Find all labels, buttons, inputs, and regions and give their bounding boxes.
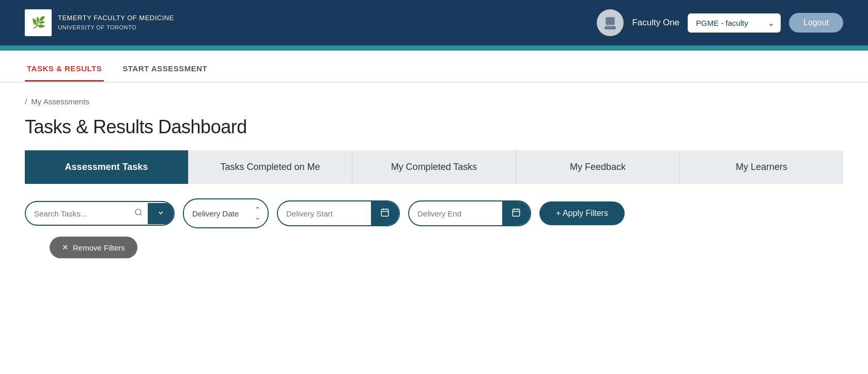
delivery-date-arrow: ⌃⌄ (247, 199, 268, 227)
tab-bar: Assessment Tasks Tasks Completed on Me M… (25, 150, 843, 184)
delivery-end-wrapper (408, 200, 531, 226)
role-select-wrapper[interactable]: PGME - faculty (688, 13, 781, 33)
delivery-end-calendar-button[interactable] (502, 201, 530, 225)
delivery-start-input[interactable] (278, 203, 371, 224)
delivery-start-calendar-button[interactable] (371, 201, 399, 225)
avatar (597, 9, 624, 36)
breadcrumb-separator: / (25, 97, 27, 106)
teal-bar (0, 45, 868, 51)
delivery-start-wrapper (277, 200, 400, 226)
delivery-date-select[interactable]: Delivery Date (184, 203, 247, 224)
logout-button[interactable]: Logout (789, 13, 843, 33)
svg-rect-1 (605, 26, 616, 30)
remove-filters-x-icon: ✕ (62, 243, 69, 252)
svg-rect-8 (513, 209, 520, 216)
logo-area: 🌿 TEMERTY FACULTY OF MEDICINE UNIVERSITY… (25, 9, 174, 36)
search-input[interactable] (26, 203, 129, 224)
page-title: Tasks & Results Dashboard (0, 110, 868, 150)
header-right: Faculty One PGME - faculty Logout (597, 9, 843, 36)
logo-icon: 🌿 (25, 9, 52, 36)
header: 🌿 TEMERTY FACULTY OF MEDICINE UNIVERSITY… (0, 0, 868, 45)
role-select[interactable]: PGME - faculty (688, 13, 781, 33)
logo-text: TEMERTY FACULTY OF MEDICINE UNIVERSITY O… (58, 13, 174, 32)
breadcrumb-label: My Assessments (31, 97, 89, 106)
remove-filters-label: Remove Filters (73, 243, 125, 252)
breadcrumb: / My Assessments (0, 83, 868, 110)
nav-tabs: TASKS & RESULTS START ASSESSMENT (0, 55, 868, 83)
tab-my-learners[interactable]: My Learners (680, 150, 843, 184)
tab-assessment-tasks[interactable]: Assessment Tasks (25, 150, 189, 184)
svg-rect-0 (606, 17, 615, 25)
filter-bar: Delivery Date ⌃⌄ + Apply Filters (0, 184, 868, 237)
delivery-end-input[interactable] (409, 203, 502, 224)
remove-filters-area: ✕ Remove Filters (0, 237, 868, 258)
nav-tab-tasks-results[interactable]: TASKS & RESULTS (25, 55, 104, 82)
search-icon-button[interactable] (129, 202, 148, 225)
user-name: Faculty One (632, 18, 679, 28)
tab-tasks-completed-on-me[interactable]: Tasks Completed on Me (189, 150, 352, 184)
svg-line-3 (140, 214, 142, 215)
search-dropdown-button[interactable] (148, 203, 174, 224)
svg-point-2 (135, 209, 141, 215)
svg-rect-4 (381, 209, 389, 216)
tab-my-completed-tasks[interactable]: My Completed Tasks (352, 150, 516, 184)
delivery-date-wrapper: Delivery Date ⌃⌄ (183, 198, 269, 228)
nav-tab-start-assessment[interactable]: START ASSESSMENT (120, 55, 209, 82)
apply-filters-button[interactable]: + Apply Filters (539, 201, 625, 225)
search-wrapper (25, 201, 175, 226)
remove-filters-button[interactable]: ✕ Remove Filters (50, 237, 137, 258)
tab-my-feedback[interactable]: My Feedback (516, 150, 680, 184)
